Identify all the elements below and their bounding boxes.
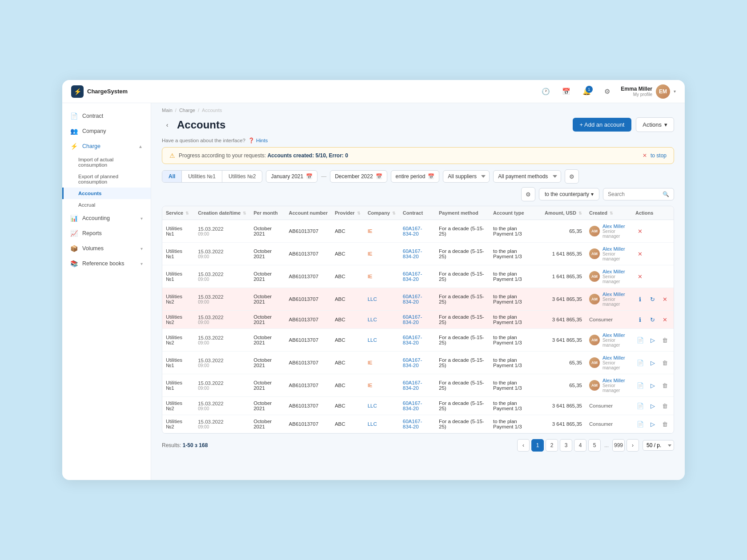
contract-link[interactable]: 60A167-834-20 — [403, 248, 422, 259]
page-btn-3[interactable]: 3 — [560, 439, 572, 452]
action-icons: 📄▷🗑 — [635, 358, 670, 368]
close-action-icon[interactable]: ✕ — [660, 294, 670, 304]
trash-action-icon[interactable]: 🗑 — [660, 358, 670, 368]
sidebar-sub-accounts[interactable]: Accounts — [62, 188, 151, 199]
company-link[interactable]: IE — [368, 360, 373, 365]
info-action-icon[interactable]: ℹ — [635, 315, 645, 324]
contract-link[interactable]: 60A167-834-20 — [403, 271, 422, 282]
info-action-icon[interactable]: ℹ — [635, 294, 645, 304]
close-action-icon[interactable]: ✕ — [660, 315, 670, 324]
close-action-icon[interactable]: ✕ — [635, 249, 645, 259]
columns-icon: ⚙ — [526, 191, 531, 198]
doc-action-icon[interactable]: 📄 — [635, 358, 645, 368]
search-input[interactable] — [608, 191, 660, 197]
company-link[interactable]: IE — [368, 251, 373, 256]
trash-action-icon[interactable]: 🗑 — [660, 401, 670, 411]
creator-role: Senior manager — [602, 252, 628, 261]
per-page-select[interactable]: 50 / p. 25 / p. 100 / p. — [643, 440, 674, 451]
notification-button[interactable]: 🔔 1 — [580, 85, 593, 98]
page-btn-2[interactable]: 2 — [546, 439, 558, 452]
filter-tab-all[interactable]: All — [162, 171, 182, 182]
company-link[interactable]: LLC — [368, 317, 377, 322]
page-btn-1[interactable]: 1 — [531, 439, 544, 452]
company-link[interactable]: IE — [368, 274, 373, 279]
play-action-icon[interactable]: ▷ — [648, 401, 658, 411]
sidebar-item-accounting[interactable]: 📊 Accounting ▾ — [62, 211, 151, 226]
trash-action-icon[interactable]: 🗑 — [660, 419, 670, 429]
contract-link[interactable]: 60A167-834-20 — [403, 400, 422, 411]
td-account-type: to the plan Payment 1/3 — [490, 329, 541, 352]
sidebar-item-reference[interactable]: 📚 Reference books ▾ — [62, 256, 151, 271]
sidebar-item-volumes[interactable]: 📦 Volumes ▾ — [62, 241, 151, 256]
reference-chevron-icon: ▾ — [141, 261, 143, 266]
filter-advanced-button[interactable]: ⚙ — [565, 169, 579, 184]
play-action-icon[interactable]: ▷ — [648, 419, 658, 429]
banner-stop-link[interactable]: to stop — [651, 152, 667, 159]
page-btn-5[interactable]: 5 — [588, 439, 601, 452]
doc-action-icon[interactable]: 📄 — [635, 380, 645, 390]
actions-button[interactable]: Actions ▾ — [636, 117, 674, 132]
company-link[interactable]: IE — [368, 383, 373, 388]
sidebar-item-contract[interactable]: 📄 Contract — [62, 108, 151, 124]
td-contract: 60A167-834-20 — [399, 415, 435, 433]
page-btn-999[interactable]: 999 — [612, 439, 625, 452]
contract-link[interactable]: 60A167-834-20 — [403, 335, 422, 345]
td-amount: 65,35 — [541, 352, 586, 374]
sidebar-item-company[interactable]: 👥 Company — [62, 124, 151, 139]
close-action-icon[interactable]: ✕ — [635, 226, 645, 236]
hints-link[interactable]: ❓ Hints — [248, 137, 268, 144]
company-link[interactable]: LLC — [368, 421, 377, 427]
trash-action-icon[interactable]: 🗑 — [660, 335, 670, 345]
supplier-select[interactable]: All suppliers — [443, 170, 490, 183]
back-button[interactable]: ‹ — [162, 120, 173, 130]
contract-link[interactable]: 60A167-834-20 — [403, 226, 422, 236]
next-page-btn[interactable]: › — [627, 439, 639, 452]
page-btn-4[interactable]: 4 — [574, 439, 586, 452]
refresh-action-icon[interactable]: ↻ — [648, 294, 658, 304]
payment-method-select[interactable]: All payment methods — [493, 170, 561, 183]
play-action-icon[interactable]: ▷ — [648, 335, 658, 345]
breadcrumb-main[interactable]: Main — [162, 108, 173, 113]
creator-role: Senior manager — [602, 360, 628, 370]
contract-link[interactable]: 60A167-834-20 — [403, 294, 422, 304]
creator-avatar: AM — [589, 380, 600, 391]
header-right: 🕐 📅 🔔 1 ⚙ Emma Miller My profile EM — [539, 84, 676, 99]
sidebar-item-charge[interactable]: ⚡ Charge ▲ — [62, 139, 151, 154]
td-date: 15.03.2022 — [198, 226, 246, 232]
doc-action-icon[interactable]: 📄 — [635, 419, 645, 429]
prev-page-btn[interactable]: ‹ — [517, 439, 530, 452]
date-range-end[interactable]: December 2022 📅 — [330, 170, 387, 183]
hints-link-label: Hints — [256, 138, 268, 143]
breadcrumb-charge[interactable]: Charge — [179, 108, 195, 113]
filter-tab-utilities1[interactable]: Utilities №1 — [182, 171, 222, 182]
user-info[interactable]: Emma Miller My profile EM ▾ — [621, 84, 676, 99]
settings-button[interactable]: ⚙ — [600, 85, 614, 98]
trash-action-icon[interactable]: 🗑 — [660, 380, 670, 390]
refresh-action-icon[interactable]: ↻ — [648, 315, 658, 324]
play-action-icon[interactable]: ▷ — [648, 358, 658, 368]
company-link[interactable]: LLC — [368, 296, 377, 302]
play-action-icon[interactable]: ▷ — [648, 380, 658, 390]
entire-period-btn[interactable]: entire period 📅 — [391, 170, 440, 183]
close-action-icon[interactable]: ✕ — [635, 272, 645, 281]
contract-link[interactable]: 60A167-834-20 — [403, 314, 422, 325]
company-link[interactable]: LLC — [368, 403, 377, 408]
contract-link[interactable]: 60A167-834-20 — [403, 357, 422, 368]
calendar-button[interactable]: 📅 — [559, 85, 573, 98]
sidebar-sub-export[interactable]: Export of planned consumption — [62, 171, 151, 188]
sidebar-sub-accrual[interactable]: Accrual — [62, 199, 151, 211]
clock-button[interactable]: 🕐 — [539, 85, 552, 98]
counterparty-btn[interactable]: to the counterparty ▾ — [539, 188, 599, 200]
add-account-button[interactable]: + Add an account — [573, 118, 632, 132]
columns-settings-button[interactable]: ⚙ — [521, 187, 535, 201]
contract-link[interactable]: 60A167-834-20 — [403, 419, 422, 429]
filter-tab-utilities2[interactable]: Utilities №2 — [222, 171, 262, 182]
sidebar-item-reports[interactable]: 📈 Reports — [62, 226, 151, 241]
company-link[interactable]: IE — [368, 228, 373, 234]
sidebar-sub-import[interactable]: Import of actual consumption — [62, 154, 151, 171]
doc-action-icon[interactable]: 📄 — [635, 335, 645, 345]
company-link[interactable]: LLC — [368, 337, 377, 343]
doc-action-icon[interactable]: 📄 — [635, 401, 645, 411]
date-range-start[interactable]: January 2021 📅 — [266, 170, 317, 183]
contract-link[interactable]: 60A167-834-20 — [403, 380, 422, 391]
